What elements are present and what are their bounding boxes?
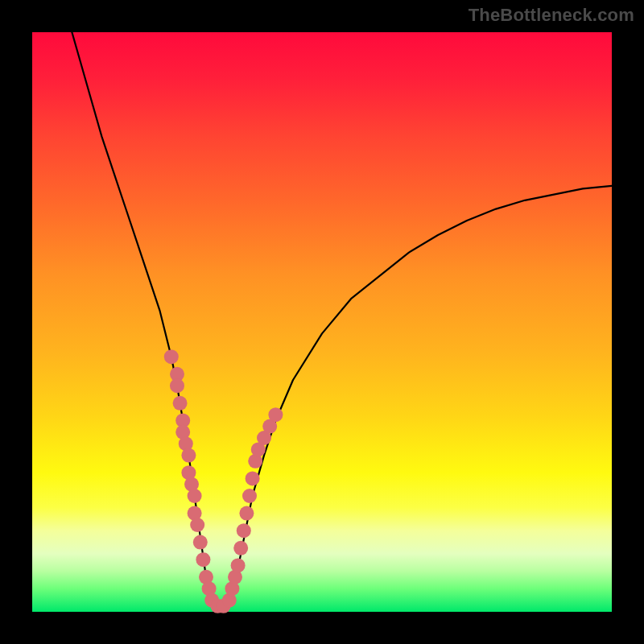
chart-svg <box>32 32 612 612</box>
highlight-dot <box>170 378 184 393</box>
highlight-dot <box>233 541 248 555</box>
highlight-dot <box>173 396 188 411</box>
highlight-dot <box>237 523 251 538</box>
highlight-dot <box>242 489 257 503</box>
highlight-dot <box>188 489 202 503</box>
highlight-dots <box>164 349 283 613</box>
highlight-dot <box>181 448 196 463</box>
bottleneck-curve <box>67 14 612 609</box>
highlight-dot <box>164 349 179 364</box>
watermark-text: TheBottleneck.com <box>469 5 634 26</box>
highlight-dot <box>190 518 204 532</box>
chart-frame: TheBottleneck.com <box>0 0 644 644</box>
highlight-dot <box>268 407 283 422</box>
highlight-dot <box>246 471 260 485</box>
highlight-dot <box>239 506 254 521</box>
highlight-dot <box>231 558 246 572</box>
plot-area <box>32 32 612 612</box>
highlight-dot <box>193 535 208 550</box>
highlight-dot <box>196 552 210 567</box>
